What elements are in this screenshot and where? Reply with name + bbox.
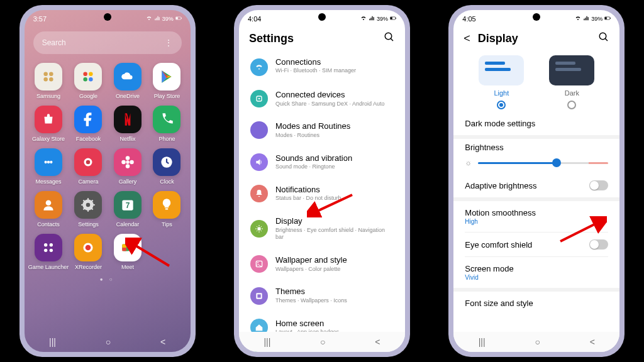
settings-item-title: Wallpaper and style xyxy=(275,255,394,265)
nav-recents[interactable]: ||| xyxy=(49,337,56,347)
more-icon[interactable] xyxy=(164,38,173,48)
app-tips[interactable]: Tips xyxy=(147,191,186,228)
app-calendar[interactable]: 7Calendar xyxy=(108,191,147,228)
sun-icon: ☼ xyxy=(465,158,472,167)
display-screen: 4:05 39% < Display Light xyxy=(453,10,619,352)
back-icon[interactable]: < xyxy=(464,32,470,45)
nav-back[interactable]: < xyxy=(375,337,380,347)
settings-item-wallpaper-and-style[interactable]: Wallpaper and styleWallpapers · Color pa… xyxy=(247,248,397,280)
app-meet[interactable]: Meet xyxy=(108,234,147,270)
facebook-icon xyxy=(74,106,102,133)
wifi-icon xyxy=(575,15,581,23)
settings-item-modes-and-routines[interactable]: Modes and RoutinesModes · Routines xyxy=(247,114,397,146)
svg-rect-27 xyxy=(165,208,168,209)
nav-recents[interactable]: ||| xyxy=(479,337,486,347)
signal-icon xyxy=(583,15,589,23)
screen-mode[interactable]: Screen mode Vivid xyxy=(453,257,619,288)
theme-icon xyxy=(250,287,268,305)
app-label: Galaxy Store xyxy=(32,136,65,142)
status-right: 39% xyxy=(575,15,611,23)
theme-light[interactable]: Light xyxy=(479,55,524,109)
adaptive-brightness[interactable]: Adaptive brightness xyxy=(453,173,619,197)
app-messages[interactable]: Messages xyxy=(28,148,69,185)
calendar-icon: 7 xyxy=(114,191,142,219)
settings-item-themes[interactable]: ThemesThemes · Wallpapers · Icons xyxy=(247,280,397,311)
nav-back[interactable]: < xyxy=(590,337,595,347)
radio-light[interactable] xyxy=(497,101,506,109)
moon-icon xyxy=(250,121,268,139)
settings-item-notifications[interactable]: NotificationsStatus bar · Do not disturb xyxy=(247,178,397,209)
nav-bar: ||| ○ < xyxy=(239,332,405,352)
battery-icon xyxy=(390,15,396,23)
app-play-store[interactable]: Play Store xyxy=(147,63,186,99)
app-label: Clock xyxy=(160,178,174,185)
svg-point-4 xyxy=(49,72,53,76)
signal-icon xyxy=(154,15,160,23)
search-icon[interactable] xyxy=(384,31,395,45)
app-xrecorder[interactable]: XRecorder xyxy=(69,234,108,270)
galaxy-store-icon xyxy=(35,106,62,133)
app-galaxy-store[interactable]: Galaxy Store xyxy=(28,106,69,142)
nav-recents[interactable]: ||| xyxy=(264,337,270,347)
app-google[interactable]: Google xyxy=(69,63,108,99)
nav-home[interactable]: ○ xyxy=(535,337,540,347)
settings-item-connections[interactable]: ConnectionsWi-Fi · Bluetooth · SIM manag… xyxy=(247,52,397,83)
theme-light-preview xyxy=(479,55,524,85)
sun-icon xyxy=(250,220,268,238)
app-game-launcher[interactable]: Game Launcher xyxy=(28,234,69,270)
svg-point-5 xyxy=(43,77,48,81)
svg-point-31 xyxy=(50,249,53,252)
app-camera[interactable]: Camera xyxy=(69,148,108,185)
radio-dark[interactable] xyxy=(567,101,576,109)
app-contacts[interactable]: Contacts xyxy=(28,191,69,228)
app-netflix[interactable]: Netflix xyxy=(108,106,147,142)
settings-item-sounds-and-vibration[interactable]: Sounds and vibrationSound mode · Rington… xyxy=(247,146,397,178)
app-clock[interactable]: Clock xyxy=(147,148,186,185)
settings-screen: 4:04 39% Settings ConnectionsWi-Fi · Blu… xyxy=(239,10,405,352)
app-phone[interactable]: Phone xyxy=(147,106,186,142)
app-samsung[interactable]: Samsung xyxy=(28,63,69,99)
battery-text: 39% xyxy=(377,16,388,22)
nav-home[interactable]: ○ xyxy=(106,337,111,347)
brightness-slider[interactable] xyxy=(478,162,608,164)
svg-point-48 xyxy=(257,262,258,263)
app-onedrive[interactable]: OneDrive xyxy=(108,63,147,99)
theme-dark[interactable]: Dark xyxy=(549,55,594,109)
status-right: 39% xyxy=(146,15,182,23)
settings-item-display[interactable]: DisplayBrightness · Eye comfort shield ·… xyxy=(247,209,397,248)
wifi-icon xyxy=(146,15,152,23)
settings-header: Settings xyxy=(239,28,405,52)
svg-point-17 xyxy=(130,160,134,165)
svg-rect-40 xyxy=(391,17,392,19)
search-icon[interactable] xyxy=(598,31,609,45)
nav-home[interactable]: ○ xyxy=(320,337,325,347)
xrecorder-icon xyxy=(74,234,102,261)
svg-point-7 xyxy=(84,72,88,76)
settings-item-title: Modes and Routines xyxy=(275,121,394,131)
svg-point-3 xyxy=(43,72,48,76)
app-facebook[interactable]: Facebook xyxy=(69,106,108,142)
eye-toggle[interactable] xyxy=(589,239,608,250)
font-size-style[interactable]: Font size and style xyxy=(453,292,619,315)
eye-comfort-shield[interactable]: Eye comfort shield xyxy=(453,233,619,256)
search-bar[interactable]: Search xyxy=(33,31,182,54)
battery-icon xyxy=(604,15,611,23)
svg-rect-50 xyxy=(257,294,260,297)
messages-icon xyxy=(35,148,62,176)
phone-settings: 4:04 39% Settings ConnectionsWi-Fi · Blu… xyxy=(234,5,410,357)
nav-back[interactable]: < xyxy=(160,337,165,347)
dark-mode-settings[interactable]: Dark mode settings xyxy=(453,112,619,135)
contacts-icon xyxy=(35,191,62,219)
sound-icon xyxy=(250,153,268,171)
svg-rect-55 xyxy=(605,17,607,19)
app-label: Meet xyxy=(121,264,134,270)
app-settings[interactable]: Settings xyxy=(69,191,108,228)
svg-point-28 xyxy=(44,243,47,246)
app-gallery[interactable]: Gallery xyxy=(108,148,147,185)
settings-item-title: Sounds and vibration xyxy=(275,153,394,163)
settings-item-connected-devices[interactable]: Connected devicesQuick Share · Samsung D… xyxy=(247,83,397,114)
front-camera xyxy=(533,13,540,21)
motion-smoothness[interactable]: Motion smoothness High xyxy=(453,201,619,232)
settings-item-sub: Brightness · Eye comfort shield · Naviga… xyxy=(275,227,394,241)
adaptive-toggle[interactable] xyxy=(589,180,608,190)
